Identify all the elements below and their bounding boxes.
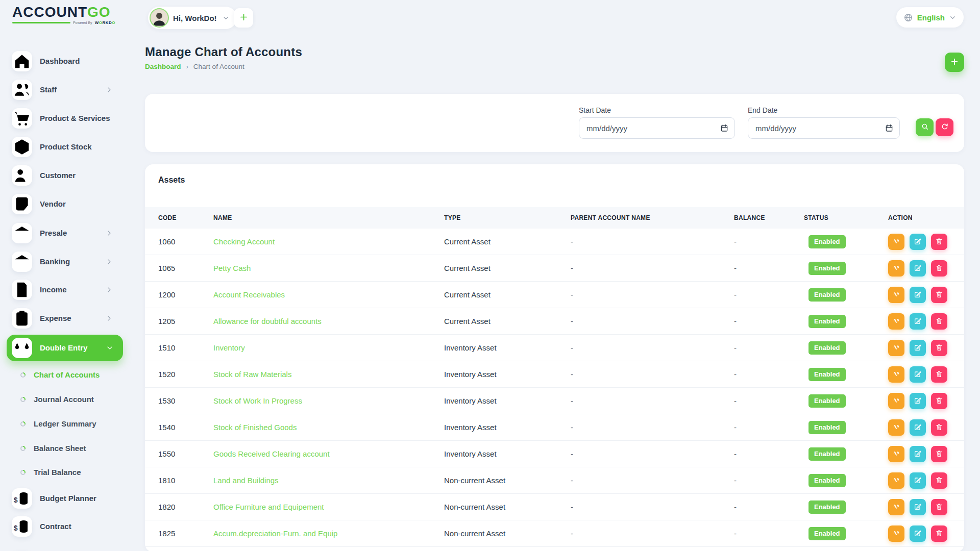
account-name-link[interactable]: Account Receivables — [213, 282, 285, 308]
sidebar-subitem-balance-sheet[interactable]: Balance Sheet — [0, 436, 134, 461]
cell-code: 1540 — [158, 414, 175, 441]
table-row: 1065 Petty Cash Current Asset - - Enable… — [145, 255, 964, 282]
edit-button[interactable] — [910, 472, 926, 489]
account-name-link[interactable]: Allowance for doubtful accounts — [213, 308, 322, 335]
brand-logo[interactable]: ACCOUNTGO Powered By WORKDO — [12, 5, 115, 25]
sidebar-item-product-services[interactable]: Product & Services — [0, 104, 134, 133]
edit-button[interactable] — [910, 234, 926, 250]
account-name-link[interactable]: Stock of Work In Progress — [213, 388, 302, 414]
edit-button[interactable] — [910, 340, 926, 356]
edit-icon — [914, 449, 922, 458]
sidebar-item-budget-planner[interactable]: $ Budget Planner — [0, 484, 134, 513]
plus-icon — [239, 12, 249, 22]
sidebar-item-dashboard[interactable]: Dashboard — [0, 47, 134, 76]
start-date-input[interactable] — [579, 117, 735, 139]
delete-button[interactable] — [931, 340, 947, 356]
sidebar-subitem-journal-account[interactable]: Journal Account — [0, 387, 134, 412]
table-row: 1810 Land and Buildings Non-current Asse… — [145, 467, 964, 494]
delete-button[interactable] — [931, 419, 947, 436]
edit-button[interactable] — [910, 525, 926, 542]
brand-name: ACCOUNTGO — [12, 5, 115, 20]
sidebar-item-partial[interactable]: $ — [0, 547, 134, 551]
delete-button[interactable] — [931, 260, 947, 277]
status-badge: Enabled — [808, 474, 846, 487]
activity-button[interactable] — [888, 287, 904, 303]
sidebar-item-expense[interactable]: Expense — [0, 304, 134, 333]
sidebar-item-customer[interactable]: Customer — [0, 161, 134, 190]
account-name-link[interactable]: Stock of Raw Materials — [213, 361, 291, 388]
edit-icon — [914, 290, 922, 298]
sidebar-item-double-entry[interactable]: Double Entry — [7, 335, 123, 361]
activity-button[interactable] — [888, 446, 904, 462]
table-header: CODENAMETYPEPARENT ACCOUNT NAMEBALANCEST… — [145, 207, 964, 229]
sidebar-item-banking[interactable]: Banking — [0, 247, 134, 276]
activity-icon — [892, 370, 900, 378]
edit-button[interactable] — [910, 287, 926, 303]
chevron-down-icon — [222, 14, 230, 22]
sidebar-subitem-trial-balance[interactable]: Trial Balance — [0, 460, 134, 485]
delete-button[interactable] — [931, 499, 947, 515]
edit-button[interactable] — [910, 260, 926, 277]
sidebar-item-income[interactable]: Income — [0, 276, 134, 304]
delete-button[interactable] — [931, 446, 947, 462]
create-account-button[interactable] — [945, 53, 964, 72]
activity-button[interactable] — [888, 499, 904, 515]
breadcrumb-dashboard-link[interactable]: Dashboard — [145, 63, 181, 70]
delete-button[interactable] — [931, 366, 947, 383]
edit-button[interactable] — [910, 446, 926, 462]
account-name-link[interactable]: Office Furniture and Equipement — [213, 494, 324, 520]
activity-button[interactable] — [888, 260, 904, 277]
activity-button[interactable] — [888, 393, 904, 409]
sidebar-item-vendor[interactable]: Vendor — [0, 190, 134, 218]
activity-button[interactable] — [888, 472, 904, 489]
search-button[interactable] — [916, 118, 934, 136]
cell-parent: - — [571, 361, 573, 388]
cart-icon — [12, 108, 32, 129]
reset-button[interactable] — [936, 118, 953, 136]
quick-add-button[interactable] — [234, 8, 253, 28]
delete-button[interactable] — [931, 393, 947, 409]
section-title: Assets — [158, 176, 185, 185]
delete-button[interactable] — [931, 525, 947, 542]
delete-button[interactable] — [931, 472, 947, 489]
sidebar-item-product-stock[interactable]: Product Stock — [0, 133, 134, 161]
main-content: Manage Chart of Accounts Dashboard › Cha… — [145, 36, 964, 551]
sidebar-item-presale[interactable]: Presale — [0, 219, 134, 247]
column-header-type: TYPE — [444, 207, 461, 229]
table-row: 1550 Goods Received Clearing account Inv… — [145, 441, 964, 467]
sidebar-item-contract[interactable]: $ Contract — [0, 512, 134, 541]
edit-button[interactable] — [910, 313, 926, 330]
activity-button[interactable] — [888, 234, 904, 250]
edit-button[interactable] — [910, 419, 926, 436]
activity-icon — [892, 264, 900, 272]
table-row: 1820 Office Furniture and Equipement Non… — [145, 494, 964, 520]
activity-button[interactable] — [888, 419, 904, 436]
edit-button[interactable] — [910, 393, 926, 409]
edit-button[interactable] — [910, 499, 926, 515]
cell-balance: - — [734, 255, 737, 282]
user-greeting: Hi, WorkDo! — [173, 14, 217, 22]
account-name-link[interactable]: Goods Received Clearing account — [213, 441, 330, 467]
account-name-link[interactable]: Land and Buildings — [213, 467, 279, 494]
delete-button[interactable] — [931, 234, 947, 250]
activity-button[interactable] — [888, 525, 904, 542]
document-icon — [12, 280, 32, 300]
account-name-link[interactable]: Petty Cash — [213, 255, 251, 282]
sidebar-subitem-chart-of-accounts[interactable]: Chart of Accounts — [0, 363, 134, 387]
account-name-link[interactable]: Inventory — [213, 335, 245, 361]
sidebar-item-staff[interactable]: Staff — [0, 76, 134, 104]
edit-button[interactable] — [910, 366, 926, 383]
activity-button[interactable] — [888, 313, 904, 330]
status-badge: Enabled — [808, 341, 846, 355]
sidebar-subitem-ledger-summary[interactable]: Ledger Summary — [0, 412, 134, 436]
delete-button[interactable] — [931, 313, 947, 330]
account-name-link[interactable]: Stock of Finished Goods — [213, 414, 297, 441]
account-name-link[interactable]: Checking Account — [213, 229, 275, 255]
language-selector[interactable]: English — [896, 7, 964, 28]
user-menu[interactable]: Hi, WorkDo! — [148, 7, 237, 29]
end-date-input[interactable] — [748, 117, 900, 139]
activity-button[interactable] — [888, 340, 904, 356]
activity-button[interactable] — [888, 366, 904, 383]
delete-button[interactable] — [931, 287, 947, 303]
account-name-link[interactable]: Accum.depreciation-Furn. and Equip — [213, 520, 337, 547]
